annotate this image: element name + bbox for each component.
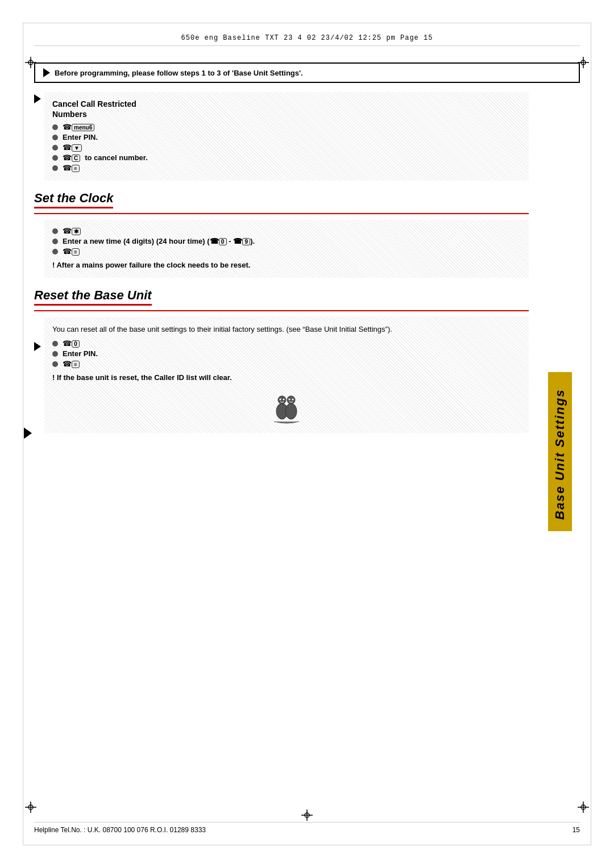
reset-body-text: You can reset all of the base unit setti… (52, 324, 521, 335)
reset-title-container: Reset the Base Unit (34, 283, 529, 311)
bullet-1 (52, 124, 58, 130)
clock-steps-list: ☎✱ Enter a new time (4 digits) (24 hour … (52, 227, 521, 256)
reset-arrow (34, 317, 44, 433)
reset-gray-box: You can reset all of the base unit setti… (44, 317, 529, 433)
main-content: Before programming, please follow steps … (34, 62, 580, 811)
clock-title-container: Set the Clock (34, 186, 529, 214)
clock-step-3: ☎≡ (52, 247, 521, 256)
bullet-4 (52, 155, 58, 161)
step1-icon: ☎menu6 (63, 123, 94, 131)
footer-helpline: Helpline Tel.No. : U.K. 08700 100 076 R.… (34, 826, 206, 834)
cancel-step-3: ☎▼ (52, 143, 521, 152)
mascot-icon (269, 392, 304, 426)
reset-warning: ! If the base unit is reset, the Caller … (52, 373, 521, 383)
reset-bullet-3 (52, 361, 58, 367)
reset-step-1: ☎0 (52, 339, 521, 348)
reset-section-block: You can reset all of the base unit setti… (34, 317, 529, 433)
svg-point-22 (289, 399, 291, 400)
clock-section-block: ☎✱ Enter a new time (4 digits) (24 hour … (34, 220, 529, 277)
clock-arrow (34, 220, 44, 277)
clock-bullet-3 (52, 249, 58, 254)
svg-point-19 (285, 403, 297, 419)
header: 650e eng Baseline TXT 23 4 02 23/4/02 12… (34, 34, 580, 46)
margin-arrow (24, 428, 32, 441)
cancel-step-4: ☎C to cancel number. (52, 153, 521, 162)
sidebar-label: Base Unit Settings (548, 372, 572, 531)
reset-steps-list: ☎0 Enter PIN. ☎≡ (52, 339, 521, 368)
reg-cross-center (301, 809, 313, 823)
cancel-step-1: ☎menu6 (52, 123, 521, 131)
main-columns: Cancel Call Restricted Numbers ☎menu6 (34, 92, 580, 811)
clock-bullet-1 (52, 228, 58, 234)
clock-step-1: ☎✱ (52, 227, 521, 235)
cancel-step-5: ☎≡ (52, 164, 521, 172)
clock-step1-icon: ☎✱ (63, 227, 81, 235)
reset-arrow-icon (34, 342, 41, 351)
svg-point-20 (280, 399, 281, 400)
reset-step3-icon: ☎≡ (63, 360, 80, 368)
notice-bar: Before programming, please follow steps … (34, 62, 580, 83)
clock-step-2: Enter a new time (4 digits) (24 hour tim… (52, 237, 521, 245)
bullet-2 (52, 135, 58, 140)
svg-marker-15 (24, 428, 32, 439)
cancel-steps-list: ☎menu6 Enter PIN. ☎▼ (52, 123, 521, 172)
header-text: 650e eng Baseline TXT 23 4 02 23/4/02 12… (181, 34, 433, 42)
step4-icon: ☎C (63, 153, 80, 162)
step3-icon: ☎▼ (63, 143, 82, 152)
arrow-right-icon (34, 94, 41, 103)
clock-divider (34, 213, 529, 214)
svg-point-23 (292, 399, 294, 400)
reset-bullet-2 (52, 351, 58, 357)
bullet-5 (52, 165, 58, 171)
reset-bullet-1 (52, 341, 58, 347)
cancel-gray-box: Cancel Call Restricted Numbers ☎menu6 (44, 92, 529, 181)
clock-title: Set the Clock (34, 191, 113, 208)
cancel-arrow (34, 92, 44, 181)
svg-point-21 (283, 399, 285, 400)
footer: Helpline Tel.No. : U.K. 08700 100 076 R.… (34, 822, 580, 834)
left-column: Cancel Call Restricted Numbers ☎menu6 (34, 92, 540, 811)
clock-step3-icon: ☎≡ (63, 247, 80, 256)
mascot-area (52, 392, 521, 426)
right-sidebar: Base Unit Settings (540, 92, 580, 811)
step2-text: Enter PIN. (63, 133, 98, 141)
cancel-section-block: Cancel Call Restricted Numbers ☎menu6 (34, 92, 529, 181)
reset-title: Reset the Base Unit (34, 288, 152, 306)
reset-divider (34, 310, 529, 311)
cancel-title: Cancel Call Restricted Numbers (52, 99, 521, 119)
clock-warning: ! After a mains power failure the clock … (52, 260, 521, 270)
clock-bullet-2 (52, 239, 58, 244)
footer-page-number: 15 (572, 826, 580, 834)
notice-text: Before programming, please follow steps … (55, 69, 303, 77)
reset-step-2: Enter PIN. (52, 349, 521, 358)
clock-gray-box: ☎✱ Enter a new time (4 digits) (24 hour … (44, 220, 529, 277)
step5-icon: ☎≡ (63, 164, 80, 172)
reset-step2-text: Enter PIN. (63, 349, 98, 358)
cancel-step-2: Enter PIN. (52, 133, 521, 141)
clock-step2-text: Enter a new time (4 digits) (24 hour tim… (63, 237, 255, 245)
reset-step1-icon: ☎0 (63, 339, 80, 348)
bullet-3 (52, 145, 58, 151)
reset-step-3: ☎≡ (52, 360, 521, 368)
step4-text: to cancel number. (85, 153, 148, 162)
